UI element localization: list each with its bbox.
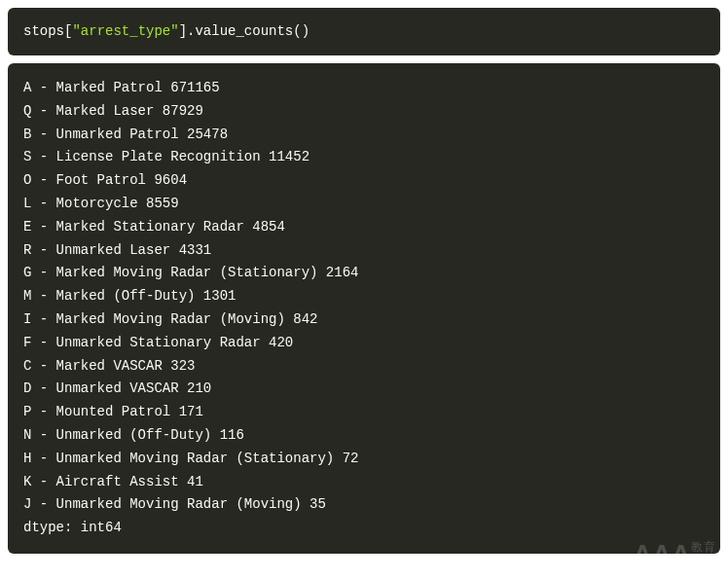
output-row: K - Aircraft Assist 41 xyxy=(23,471,705,494)
code-output-cell: A - Marked Patrol 671165Q - Marked Laser… xyxy=(8,63,720,554)
output-row: J - Unmarked Moving Radar (Moving) 35 xyxy=(23,493,705,517)
output-row: D - Unmarked VASCAR 210 xyxy=(23,378,705,401)
output-row: L - Motorcycle 8559 xyxy=(23,193,705,216)
output-row: H - Unmarked Moving Radar (Stationary) 7… xyxy=(23,448,705,471)
output-row: N - Unmarked (Off-Duty) 116 xyxy=(23,424,705,448)
output-row: E - Marked Stationary Radar 4854 xyxy=(23,216,705,239)
code-token-suffix: ].value_counts() xyxy=(179,23,309,39)
output-row: A - Marked Patrol 671165 xyxy=(23,77,705,100)
output-row: C - Marked VASCAR 323 xyxy=(23,355,705,379)
code-token-prefix: stops[ xyxy=(23,23,72,39)
output-row: M - Marked (Off-Duty) 1301 xyxy=(23,285,705,308)
code-input-cell: stops["arrest_type"].value_counts() xyxy=(8,8,720,55)
output-row: O - Foot Patrol 9604 xyxy=(23,169,705,193)
output-row: S - License Plate Recognition 11452 xyxy=(23,146,705,169)
output-dtype: dtype: int64 xyxy=(23,517,705,540)
output-row: G - Marked Moving Radar (Stationary) 216… xyxy=(23,262,705,285)
output-row: R - Unmarked Laser 4331 xyxy=(23,239,705,263)
code-token-string: "arrest_type" xyxy=(72,23,178,39)
output-row: B - Unmarked Patrol 25478 xyxy=(23,124,705,147)
output-row: P - Mounted Patrol 171 xyxy=(23,401,705,424)
output-row: I - Marked Moving Radar (Moving) 842 xyxy=(23,308,705,332)
output-row: Q - Marked Laser 87929 xyxy=(23,100,705,124)
output-row: F - Unmarked Stationary Radar 420 xyxy=(23,332,705,355)
